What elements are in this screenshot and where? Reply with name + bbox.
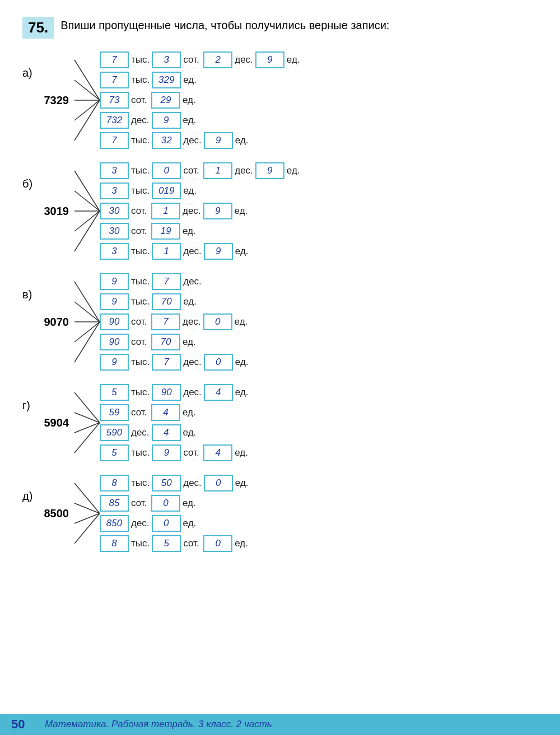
unit-label: тыс. <box>131 165 150 176</box>
value-box[interactable]: 1 <box>151 203 180 219</box>
value-box[interactable]: 9 <box>152 444 181 461</box>
svg-line-14 <box>74 322 100 362</box>
footer: 50 Математика. Рабочая тетрадь. 3 класс.… <box>0 714 560 735</box>
value-box[interactable]: 9 <box>255 52 284 68</box>
svg-line-22 <box>74 513 100 544</box>
unit-label: ед. <box>183 296 201 307</box>
value-box[interactable]: 30 <box>100 223 129 240</box>
branch-area: 73297тыс.3сот.2дес.9ед.7тыс.329ед.73сот.… <box>44 50 305 151</box>
svg-line-9 <box>74 211 100 251</box>
unit-label: ед. <box>183 74 201 86</box>
value-box[interactable]: 3 <box>100 182 129 199</box>
value-box[interactable]: 3 <box>100 162 129 179</box>
value-box[interactable]: 4 <box>203 444 232 461</box>
value-box[interactable]: 4 <box>152 424 181 441</box>
value-box[interactable]: 5 <box>100 444 129 461</box>
table-row: 850дес.0ед. <box>100 514 253 532</box>
value-box[interactable]: 32 <box>152 132 181 149</box>
unit-label: ед. <box>183 226 200 237</box>
value-box[interactable]: 0 <box>151 495 180 512</box>
value-box[interactable]: 9 <box>100 354 129 371</box>
value-box[interactable]: 1 <box>152 243 181 260</box>
value-box[interactable]: 50 <box>152 475 181 491</box>
rows-container: 8тыс.50дес.0ед.85сот.0ед.850дес.0ед.8тыс… <box>100 474 253 553</box>
table-row: 90сот.70ед. <box>100 333 253 351</box>
rows-container: 5тыс.90дес.4ед.59сот.4ед.590дес.4ед.5тыс… <box>100 383 253 462</box>
value-box[interactable]: 7 <box>152 273 181 290</box>
value-box[interactable]: 2 <box>203 52 232 68</box>
section-а: а)73297тыс.3сот.2дес.9ед.7тыс.329ед.73со… <box>22 50 538 151</box>
value-box[interactable]: 90 <box>100 313 129 330</box>
value-box[interactable]: 732 <box>100 112 129 129</box>
value-box[interactable]: 9 <box>204 243 233 260</box>
unit-label: дес. <box>131 518 150 529</box>
value-box[interactable]: 7 <box>100 52 129 68</box>
value-box[interactable]: 4 <box>151 404 180 421</box>
table-row: 7тыс.32дес.9ед. <box>100 132 305 149</box>
value-box[interactable]: 0 <box>203 313 232 330</box>
table-row: 7тыс.3сот.2дес.9ед. <box>100 51 305 69</box>
svg-line-0 <box>74 60 100 100</box>
value-box[interactable]: 5 <box>100 384 129 401</box>
value-box[interactable]: 70 <box>151 334 180 350</box>
value-box[interactable]: 90 <box>100 334 129 350</box>
value-box[interactable]: 7 <box>151 313 180 330</box>
unit-label: сот. <box>183 447 201 458</box>
value-box[interactable]: 9 <box>255 162 284 179</box>
unit-label: сот. <box>131 95 149 106</box>
value-box[interactable]: 8 <box>100 475 129 491</box>
branch-area: 85008тыс.50дес.0ед.85сот.0ед.850дес.0ед.… <box>44 473 253 554</box>
unit-label: ед. <box>183 427 201 438</box>
value-box[interactable]: 8 <box>100 535 129 552</box>
value-box[interactable]: 850 <box>100 515 129 532</box>
unit-label: ед. <box>183 336 200 348</box>
value-box[interactable]: 29 <box>151 92 180 109</box>
value-box[interactable]: 0 <box>204 475 233 491</box>
value-box[interactable]: 59 <box>100 404 129 421</box>
branch-lines <box>72 161 100 261</box>
value-box[interactable]: 4 <box>204 384 233 401</box>
value-box[interactable]: 9 <box>152 112 181 129</box>
value-box[interactable]: 9 <box>100 273 129 290</box>
value-box[interactable]: 019 <box>152 182 181 199</box>
value-box[interactable]: 590 <box>100 424 129 441</box>
value-box[interactable]: 85 <box>100 495 129 512</box>
unit-label: тыс. <box>131 538 150 549</box>
table-row: 3тыс.0сот.1дес.9ед. <box>100 162 305 180</box>
value-box[interactable]: 3 <box>100 243 129 260</box>
value-box[interactable]: 0 <box>152 162 181 179</box>
unit-label: ед. <box>235 205 253 217</box>
value-box[interactable]: 19 <box>151 223 180 240</box>
value-box[interactable]: 0 <box>152 515 181 532</box>
unit-label: ед. <box>183 95 200 106</box>
section-в: в)90709тыс.7дес.9тыс.70ед.90сот.7дес.0ед… <box>22 271 538 372</box>
value-box[interactable]: 5 <box>152 535 181 552</box>
unit-label: дес. <box>183 387 202 398</box>
unit-label: ед. <box>235 357 253 368</box>
value-box[interactable]: 329 <box>152 72 181 88</box>
value-box[interactable]: 9 <box>204 132 233 149</box>
value-box[interactable]: 73 <box>100 92 129 109</box>
value-box[interactable]: 7 <box>100 72 129 88</box>
unit-label: тыс. <box>131 477 150 489</box>
page: 75. Впиши пропущенные числа, чтобы получ… <box>0 0 560 735</box>
value-box[interactable]: 3 <box>152 52 181 68</box>
value-box[interactable]: 9 <box>100 293 129 310</box>
value-box[interactable]: 0 <box>203 535 232 552</box>
unit-label: ед. <box>287 54 305 65</box>
table-row: 8тыс.5сот.0ед. <box>100 535 253 553</box>
value-box[interactable]: 7 <box>152 354 181 371</box>
value-box[interactable]: 7 <box>100 132 129 149</box>
unit-label: тыс. <box>131 185 150 196</box>
value-box[interactable]: 30 <box>100 203 129 219</box>
table-row: 9тыс.7дес. <box>100 273 253 291</box>
value-box[interactable]: 0 <box>204 354 233 371</box>
value-box[interactable]: 1 <box>203 162 232 179</box>
unit-label: ед. <box>235 538 253 549</box>
value-box[interactable]: 9 <box>203 203 232 219</box>
unit-label: сот. <box>131 498 149 509</box>
value-box[interactable]: 90 <box>152 384 181 401</box>
value-box[interactable]: 70 <box>152 293 181 310</box>
svg-line-11 <box>74 302 100 322</box>
unit-label: дес. <box>235 54 253 65</box>
